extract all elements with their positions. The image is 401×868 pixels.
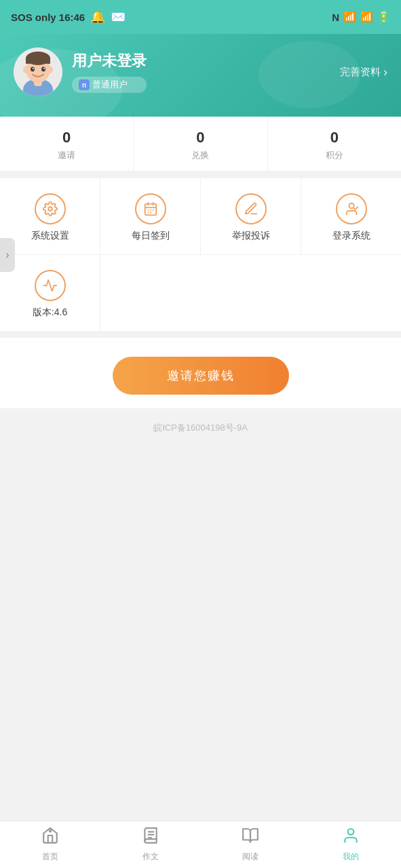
nav-item-essay[interactable]: 作文 (100, 821, 201, 868)
nav-label-home: 首页 (42, 851, 58, 863)
version-label: 版本:4.6 (33, 307, 67, 319)
bottom-nav: 首页 作文 阅读 我的 (0, 821, 401, 868)
grid-item-login[interactable]: 登录系统 (301, 178, 401, 254)
read-icon (242, 827, 259, 848)
chevron-right-icon: › (5, 249, 9, 261)
exchange-label: 兑换 (191, 149, 209, 161)
nav-item-read[interactable]: 阅读 (201, 821, 301, 868)
settings-icon-wrap (35, 193, 66, 224)
points-count: 0 (330, 129, 339, 146)
grid-row-1: 系统设置 每日签到 举报投诉 (0, 178, 401, 255)
login-icon-wrap (336, 193, 367, 224)
report-icon-wrap (235, 193, 267, 224)
email-icon: ✉️ (111, 9, 126, 24)
stats-row: 0 邀请 0 兑换 0 积分 (0, 117, 401, 172)
profile-info: 用户未登录 n 普通用户 (72, 51, 147, 93)
wifi-icon: 📶 (360, 11, 373, 23)
svg-point-6 (31, 67, 35, 72)
battery-icon: 🔋 (377, 11, 390, 23)
invite-count: 0 (62, 129, 71, 146)
chevron-right-icon: › (383, 65, 387, 79)
calendar-icon-wrap (135, 193, 166, 224)
icp-section: 皖ICP备16004198号-9A (0, 408, 401, 445)
svg-point-10 (23, 66, 28, 73)
exchange-count: 0 (196, 129, 204, 146)
invite-section: 邀请您赚钱 (0, 338, 401, 408)
grid-item-checkin[interactable]: 每日签到 (100, 178, 201, 254)
user-name: 用户未登录 (72, 51, 147, 71)
grid-row-2: 版本:4.6 (0, 255, 401, 331)
nfc-icon: N (332, 12, 339, 23)
nav-label-essay: 作文 (142, 851, 159, 863)
collapse-tab[interactable]: › (0, 238, 15, 272)
content-spacer (0, 445, 401, 821)
svg-rect-13 (145, 204, 156, 216)
svg-point-4 (26, 52, 50, 65)
svg-point-8 (33, 68, 34, 69)
grid-item-version[interactable]: 版本:4.6 (0, 255, 100, 331)
notification-bell-icon: 🔔 (90, 9, 105, 24)
grid-section: › 系统设置 每日签到 (0, 178, 401, 331)
profile-left: 用户未登录 n 普通用户 (14, 47, 147, 96)
svg-rect-2 (34, 79, 42, 86)
svg-point-7 (41, 67, 45, 72)
mine-icon (342, 827, 360, 848)
invite-button[interactable]: 邀请您赚钱 (113, 357, 289, 395)
svg-rect-5 (26, 58, 50, 64)
stat-invite[interactable]: 0 邀请 (0, 117, 134, 171)
svg-point-17 (349, 203, 354, 208)
complete-profile-button[interactable]: 完善资料 › (340, 65, 387, 79)
complete-profile-label: 完善资料 (340, 66, 381, 79)
status-text: SOS only 16:46 (11, 12, 85, 23)
points-label: 积分 (326, 149, 343, 161)
badge-n-icon: n (79, 79, 90, 90)
report-label: 举报投诉 (232, 230, 270, 242)
svg-point-9 (43, 68, 45, 69)
stat-points[interactable]: 0 积分 (268, 117, 401, 171)
svg-point-11 (47, 66, 53, 73)
version-icon-wrap (35, 270, 66, 301)
svg-point-12 (48, 207, 52, 211)
checkin-label: 每日签到 (132, 230, 170, 242)
nav-item-mine[interactable]: 我的 (301, 821, 401, 868)
status-bar: SOS only 16:46 🔔 ✉️ N 📶 📶 🔋 (0, 0, 401, 34)
status-left: SOS only 16:46 🔔 ✉️ (11, 9, 126, 24)
status-right: N 📶 📶 🔋 (332, 11, 390, 23)
grid-item-report[interactable]: 举报投诉 (201, 178, 301, 254)
nav-item-home[interactable]: 首页 (0, 821, 100, 868)
svg-point-3 (26, 56, 50, 83)
icp-text: 皖ICP备16004198号-9A (153, 422, 248, 433)
profile-section: 用户未登录 n 普通用户 完善资料 › (0, 34, 401, 117)
user-type-label: 普通用户 (92, 79, 128, 91)
essay-icon (142, 827, 159, 848)
invite-label: 邀请 (58, 149, 75, 161)
svg-point-22 (348, 829, 354, 835)
avatar (14, 47, 62, 96)
login-label: 登录系统 (332, 230, 370, 242)
nav-label-mine: 我的 (343, 851, 359, 863)
nav-label-read: 阅读 (242, 851, 259, 863)
user-badge: n 普通用户 (72, 77, 147, 93)
signal-bars-icon: 📶 (343, 11, 356, 23)
settings-label: 系统设置 (31, 230, 69, 242)
svg-point-1 (23, 79, 53, 96)
svg-point-0 (14, 47, 62, 96)
grid-item-settings[interactable]: 系统设置 (0, 178, 100, 254)
stat-exchange[interactable]: 0 兑换 (134, 117, 267, 171)
home-icon (41, 827, 59, 848)
svg-point-18 (49, 829, 52, 832)
